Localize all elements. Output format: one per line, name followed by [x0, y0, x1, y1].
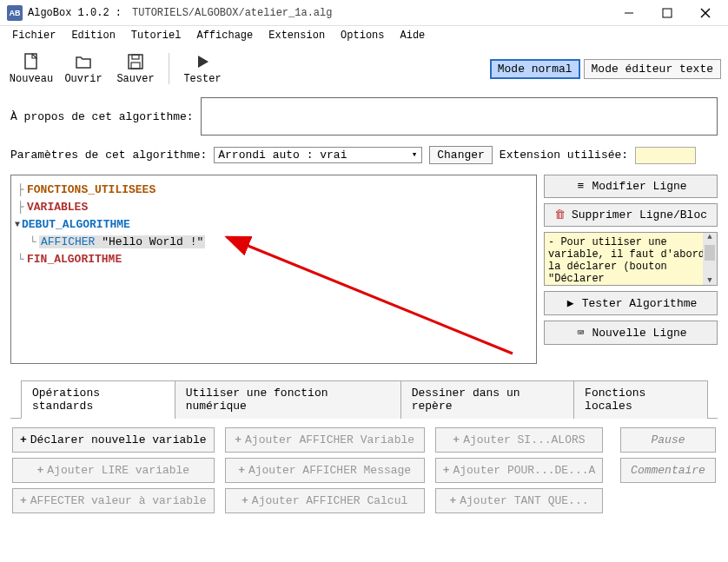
trash-icon: 🗑 [554, 208, 566, 221]
code-afficher-line[interactable]: AFFICHER "Hello World !" [39, 235, 205, 248]
svg-marker-8 [198, 56, 208, 68]
params-value: Arrondi auto : vrai [218, 149, 347, 162]
svg-rect-1 [663, 9, 672, 17]
maximize-button[interactable] [648, 1, 686, 25]
menu-bar: Fichier Edition Tutoriel Affichage Exten… [0, 26, 728, 45]
toolbar: Nouveau Ouvrir Sauver Tester Mode normal… [0, 45, 728, 92]
menu-edition[interactable]: Edition [64, 28, 122, 43]
test-button[interactable]: Tester [178, 50, 227, 87]
code-variables[interactable]: VARIABLES [27, 201, 88, 214]
hamburger-icon: ≡ [574, 180, 586, 193]
play-small-icon: ▶ [565, 296, 577, 310]
menu-extension[interactable]: Extension [261, 28, 332, 43]
extension-label: Extension utilisée: [500, 149, 628, 162]
mode-normal-button[interactable]: Mode normal [490, 59, 580, 79]
about-label: À propos de cet algorithme: [10, 110, 194, 123]
code-fonctions[interactable]: FONCTIONS_UTILISEES [27, 183, 156, 196]
test-algorithm-button[interactable]: ▶ Tester Algorithme [544, 291, 718, 315]
toolbar-divider [169, 53, 169, 84]
pour-button[interactable]: +Ajouter POUR...DE...A [435, 458, 604, 483]
close-button[interactable] [686, 1, 725, 25]
svg-line-2 [701, 9, 710, 17]
expand-icon[interactable]: ▼ [15, 220, 20, 229]
tab-operations-standard[interactable]: Opérations standards [21, 380, 175, 419]
delete-line-button[interactable]: 🗑 Supprimer Ligne/Bloc [544, 203, 718, 227]
save-button[interactable]: Sauver [111, 50, 160, 87]
modify-line-button[interactable]: ≡ Modifier Ligne [544, 175, 718, 198]
test-label: Tester [183, 73, 221, 85]
mode-editor-button[interactable]: Mode éditeur texte [584, 59, 721, 79]
tabs: Opérations standards Utiliser une foncti… [10, 369, 718, 419]
code-panel[interactable]: ├FONCTIONS_UTILISEES ├VARIABLES ▼DEBUT_A… [10, 175, 537, 364]
afficher-calcul-button[interactable]: +Ajouter AFFICHER Calcul [225, 488, 425, 513]
svg-rect-7 [131, 63, 140, 69]
params-select[interactable]: Arrondi auto : vrai [214, 147, 422, 163]
params-label: Paramètres de cet algorithme: [10, 149, 207, 162]
si-alors-button[interactable]: +Ajouter SI...ALORS [435, 427, 604, 453]
new-button[interactable]: Nouveau [7, 50, 56, 87]
main-area: ├FONCTIONS_UTILISEES ├VARIABLES ▼DEBUT_A… [0, 169, 728, 369]
file-path: TUTORIELS/ALGOBOX/atelier_1a.alg [132, 7, 332, 19]
scroll-down-icon[interactable]: ▼ [707, 276, 711, 285]
minimize-button[interactable] [610, 1, 648, 25]
scroll-thumb[interactable] [705, 245, 715, 261]
changer-button[interactable]: Changer [429, 146, 493, 164]
svg-line-3 [701, 9, 710, 17]
new-line-button[interactable]: ⌨ Nouvelle Ligne [544, 321, 718, 345]
afficher-variable-button[interactable]: +Ajouter AFFICHER Variable [225, 427, 425, 453]
menu-aide[interactable]: Aide [394, 28, 433, 43]
close-icon [700, 8, 711, 18]
open-label: Ouvrir [64, 73, 102, 85]
mode-switch: Mode normal Mode éditeur texte [490, 59, 721, 79]
help-scrollbar[interactable]: ▲ ▼ [703, 233, 717, 285]
about-textarea[interactable] [201, 97, 718, 136]
app-icon: AB [7, 5, 23, 21]
params-row: Paramètres de cet algorithme: Arrondi au… [0, 141, 728, 169]
code-fin[interactable]: FIN_ALGORITHME [27, 253, 122, 266]
new-label: Nouveau [10, 73, 53, 85]
play-icon [193, 52, 212, 71]
operations-panel: +Déclarer nouvelle variable +Ajouter LIR… [0, 419, 728, 522]
scroll-up-icon[interactable]: ▲ [707, 233, 711, 241]
pause-button[interactable]: Pause [620, 427, 716, 453]
afficher-message-button[interactable]: +Ajouter AFFICHER Message [225, 458, 425, 483]
menu-affichage[interactable]: Affichage [189, 28, 260, 43]
window-controls [610, 1, 725, 25]
help-text: - Pour utiliser une variable, il faut d'… [544, 232, 718, 286]
new-file-icon [22, 52, 41, 71]
about-row: À propos de cet algorithme: [0, 92, 728, 141]
minimize-icon [624, 8, 634, 18]
code-debut[interactable]: DEBUT_ALGORITHME [22, 218, 130, 231]
declare-variable-button[interactable]: +Déclarer nouvelle variable [12, 427, 215, 453]
side-panel: ≡ Modifier Ligne 🗑 Supprimer Ligne/Bloc … [544, 175, 718, 364]
open-folder-icon [74, 52, 93, 71]
svg-rect-5 [129, 55, 142, 69]
tab-dessiner[interactable]: Dessiner dans un repère [400, 380, 574, 419]
save-icon [126, 52, 145, 71]
menu-fichier[interactable]: Fichier [5, 28, 63, 43]
menu-options[interactable]: Options [334, 28, 391, 43]
tantque-button[interactable]: +Ajouter TANT QUE... [435, 488, 604, 513]
lire-variable-button[interactable]: +Ajouter LIRE variable [12, 458, 215, 483]
commentaire-button[interactable]: Commentaire [620, 458, 716, 483]
tab-fonctions-locales[interactable]: Fonctions locales [573, 380, 708, 419]
save-label: Sauver [116, 73, 154, 85]
menu-tutoriel[interactable]: Tutoriel [124, 28, 189, 43]
open-button[interactable]: Ouvrir [59, 50, 108, 87]
app-title: AlgoBox 1.0.2 : [28, 7, 122, 19]
keyboard-icon: ⌨ [574, 326, 586, 340]
extension-field[interactable] [635, 147, 696, 164]
title-bar: AB AlgoBox 1.0.2 : TUTORIELS/ALGOBOX/ate… [0, 0, 728, 26]
maximize-icon [662, 8, 672, 18]
tab-fonction-numerique[interactable]: Utiliser une fonction numérique [175, 380, 401, 419]
affecter-button[interactable]: +AFFECTER valeur à variable [12, 488, 215, 513]
